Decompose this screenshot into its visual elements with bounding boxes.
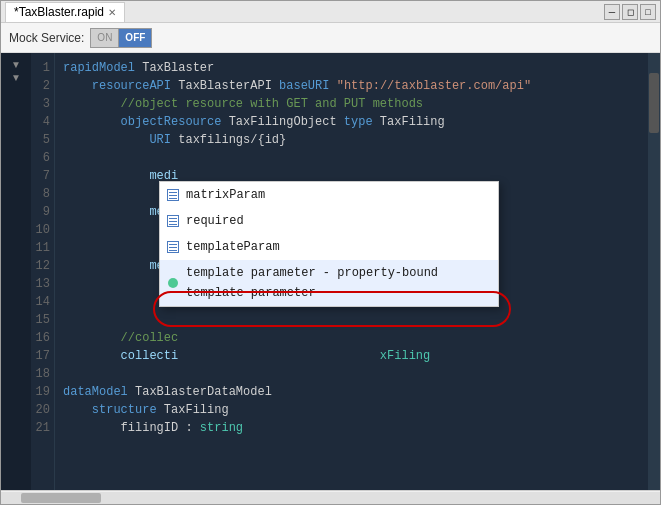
ac-label-template-parameter: template parameter - property-bound temp… [186,263,492,303]
toggle-on-option[interactable]: ON [91,29,119,47]
list-icon-matrixparam [166,188,180,202]
toolbar: Mock Service: ON OFF [1,23,660,53]
ac-item-templateparam[interactable]: templateParam [160,234,498,260]
ac-item-matrixparam[interactable]: matrixParam [160,182,498,208]
ac-label-required: required [186,211,244,231]
tab-label: *TaxBlaster.rapid [14,5,104,19]
scrollbar-thumb[interactable] [649,73,659,133]
toggle-off-label: OFF [125,32,145,43]
code-line-18 [63,365,640,383]
restore-icon: ◻ [627,7,634,17]
code-line-21: filingID : string [63,419,640,437]
code-line-20: structure TaxFiling [63,401,640,419]
line-numbers: 1 2 3 4 5 6 7 8 9 10 11 12 13 14 15 16 1… [31,53,55,490]
code-line-15 [63,311,640,329]
main-window: *TaxBlaster.rapid ✕ ─ ◻ □ Mock Service: … [0,0,661,505]
ac-item-template-parameter[interactable]: template parameter - property-bound temp… [160,260,498,306]
title-bar-controls: ─ ◻ □ [604,4,656,20]
minimize-button[interactable]: ─ [604,4,620,20]
code-line-16: //collec [63,329,640,347]
toggle-off-option[interactable]: OFF [119,29,151,47]
horizontal-scrollbar-bar [1,490,660,504]
tab-close-button[interactable]: ✕ [108,7,116,18]
title-bar: *TaxBlaster.rapid ✕ ─ ◻ □ [1,1,660,23]
code-line-1: rapidModel TaxBlaster [63,59,640,77]
minimize-icon: ─ [609,7,615,17]
list-icon-templateparam [166,240,180,254]
code-line-3: //object resource with GET and PUT metho… [63,95,640,113]
maximize-button[interactable]: □ [640,4,656,20]
collapse-arrow-2[interactable]: ▼ [11,72,21,83]
h-scrollbar-thumb[interactable] [21,493,101,503]
left-gutter: ▼ ▼ [1,53,31,490]
maximize-icon: □ [645,7,650,17]
code-line-2: resourceAPI TaxBlasterAPI baseURI "http:… [63,77,640,95]
horizontal-scrollbar[interactable] [1,492,660,504]
collapse-arrow-1[interactable]: ▼ [11,59,21,70]
code-line-5: URI taxfilings/{id} [63,131,640,149]
restore-button[interactable]: ◻ [622,4,638,20]
code-line-17: collecti xFiling [63,347,640,365]
toggle-on-label: ON [97,32,112,43]
editor-area: ▼ ▼ 1 2 3 4 5 6 7 8 9 10 11 12 13 14 15 … [1,53,660,490]
mock-service-toggle[interactable]: ON OFF [90,28,152,48]
green-dot-icon [166,276,180,290]
code-line-6 [63,149,640,167]
vertical-scrollbar[interactable] [648,53,660,490]
code-line-19: dataModel TaxBlasterDataModel [63,383,640,401]
autocomplete-dropdown[interactable]: matrixParam required templateParam templ… [159,181,499,307]
ac-label-templateparam: templateParam [186,237,280,257]
title-bar-left: *TaxBlaster.rapid ✕ [5,2,125,22]
ac-label-matrixparam: matrixParam [186,185,265,205]
editor-tab[interactable]: *TaxBlaster.rapid ✕ [5,2,125,22]
mock-service-label: Mock Service: [9,31,84,45]
code-line-4: objectResource TaxFilingObject type TaxF… [63,113,640,131]
ac-item-required[interactable]: required [160,208,498,234]
list-icon-required [166,214,180,228]
